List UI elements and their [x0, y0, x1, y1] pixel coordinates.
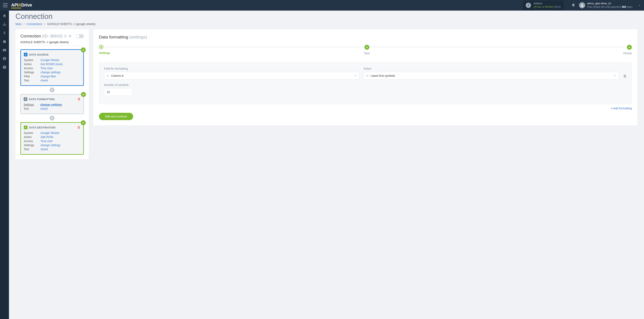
actions-of: of	[542, 5, 544, 8]
block-title: DATA FORMATTING	[29, 98, 55, 101]
step-done-icon	[364, 45, 369, 50]
radio-icon	[107, 75, 109, 77]
avatar-icon	[579, 2, 585, 8]
breadcrumb-connections[interactable]: Connections	[26, 22, 42, 26]
breadcrumb-current: GOOGLE SHEETS -> (google sheets)	[47, 22, 96, 26]
svg-rect-4	[5, 25, 6, 26]
logo[interactable]: APIXDrive	[11, 2, 32, 8]
connection-head-id: (ID: 38910)	[42, 34, 62, 38]
block-title: DATA DESTINATION	[29, 126, 56, 129]
nav-help-icon[interactable]: ?	[2, 65, 6, 69]
svg-text:$: $	[4, 31, 6, 35]
nav-connections-icon[interactable]	[2, 22, 6, 26]
source-test-link[interactable]: check	[40, 79, 80, 82]
label-field: Field for formatting	[104, 67, 360, 70]
dest-test-link[interactable]: check	[40, 148, 80, 151]
svg-point-8	[4, 58, 5, 59]
step-done-icon	[627, 45, 632, 50]
block-number: 1	[24, 53, 28, 56]
actions-current: 25'161	[534, 5, 542, 8]
svg-rect-2	[3, 25, 4, 26]
actions-label: Actions:	[534, 2, 561, 5]
check-icon	[81, 120, 86, 125]
chevron-down-icon	[614, 74, 616, 77]
source-action-link[interactable]: Get ROWS (new)	[40, 62, 80, 66]
action-select[interactable]: Leave first symbols	[364, 72, 619, 80]
source-settings-link[interactable]: change settings	[40, 71, 80, 74]
nav-briefcase-icon[interactable]	[2, 40, 6, 44]
logo-x: X	[18, 2, 21, 8]
step-settings[interactable]: Settings	[99, 45, 110, 55]
step-finish[interactable]: Finish	[624, 45, 632, 55]
dest-settings-link[interactable]: change settings	[40, 144, 80, 147]
data-destination-block: 3 DATA DESTINATION SystemGoogle Sheets A…	[20, 122, 84, 155]
notifications-icon[interactable]	[571, 3, 576, 7]
actions-pct: (50%)	[554, 5, 561, 8]
source-filter-link[interactable]: change filter	[40, 75, 80, 78]
chevron-down-icon	[354, 74, 357, 77]
actions-counter[interactable]: i Actions: 25'161 of 50'000 (50%)	[523, 0, 564, 10]
nav-billing-icon[interactable]: $	[2, 31, 6, 35]
svg-rect-1	[4, 23, 5, 24]
add-formatting-link[interactable]: + Add formatting	[611, 107, 632, 110]
copy-icon[interactable]	[64, 34, 67, 38]
nav-home-icon[interactable]	[2, 14, 6, 18]
check-icon	[81, 92, 86, 97]
source-system-link[interactable]: Google Sheets	[40, 58, 80, 62]
user-name: demo_apix-drive_s2	[587, 2, 632, 5]
menu-toggle[interactable]	[3, 4, 8, 7]
connection-subtitle: GOOGLE SHEETS -> (google sheets)	[20, 40, 84, 46]
delete-block-icon[interactable]	[77, 98, 81, 101]
delete-block-icon[interactable]	[77, 126, 80, 129]
svg-point-0	[582, 4, 583, 5]
label-number: Number of symbols	[104, 83, 132, 86]
source-access-link[interactable]: Tina User	[40, 66, 80, 70]
breadcrumb: Main / Connections / GOOGLE SHEETS -> (g…	[16, 22, 638, 26]
block-number: 3	[24, 126, 28, 129]
fmt-settings-link[interactable]: change settings	[40, 103, 81, 106]
user-menu-chevron-icon[interactable]	[638, 4, 641, 7]
field-select[interactable]: Column A	[104, 72, 360, 80]
data-formatting-block: 2 DATA FORMATTING Settingschange setting…	[20, 94, 84, 114]
logo-api: API	[11, 2, 18, 8]
data-source-block: 1 DATA SOURCE SystemGoogle Sheets Action…	[20, 49, 84, 86]
svg-text:?: ?	[4, 66, 5, 68]
user-plan: Plan |Start| left until payment 360 days	[587, 5, 632, 9]
info-icon: i	[526, 3, 531, 8]
dest-action-link[interactable]: Add ROW	[40, 136, 80, 139]
block-number: 2	[24, 97, 27, 101]
nav-account-icon[interactable]	[2, 56, 6, 61]
block-title: DATA SOURCE	[29, 53, 49, 56]
add-step-button[interactable]: +	[50, 88, 54, 92]
step-test[interactable]: Test	[364, 45, 370, 55]
svg-rect-3	[4, 25, 5, 26]
dest-system-link[interactable]: Google Sheets	[40, 131, 80, 134]
actions-total: 50'000	[545, 5, 553, 8]
number-input[interactable]	[104, 88, 132, 96]
delete-row-icon[interactable]	[623, 74, 627, 80]
connection-toggle[interactable]	[76, 34, 84, 38]
label-action: Action	[364, 67, 619, 70]
connection-head-label: Connection	[20, 34, 41, 38]
check-icon	[81, 48, 86, 52]
radio-icon	[366, 75, 368, 77]
breadcrumb-main[interactable]: Main	[16, 22, 22, 26]
nav-youtube-icon[interactable]	[2, 48, 6, 52]
step-current-icon	[99, 45, 104, 49]
add-step-button[interactable]: +	[50, 116, 54, 120]
user-menu[interactable]: demo_apix-drive_s2 Plan |Start| left unt…	[579, 2, 632, 9]
panel-title: Data formatting (settings)	[99, 34, 632, 40]
block1-rows: SystemGoogle Sheets ActionGet ROWS (new)…	[24, 58, 80, 82]
gear-icon[interactable]	[68, 34, 72, 38]
edit-continue-button[interactable]: Edit and continue	[99, 113, 133, 120]
logo-drive: Drive	[21, 2, 32, 8]
dest-access-link[interactable]: Tina User	[40, 140, 80, 143]
page-title: Connection	[16, 12, 638, 21]
fmt-test-link[interactable]: check	[40, 107, 81, 110]
